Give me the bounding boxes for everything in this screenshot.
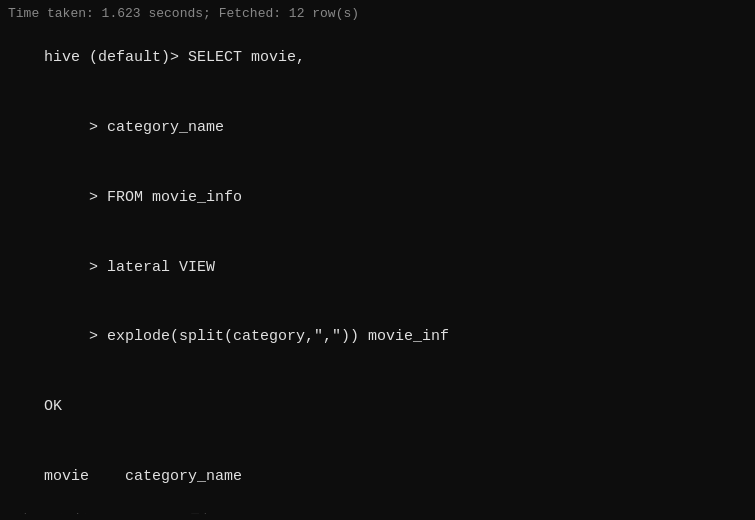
query-line-5: > explode(split(category,",")) movie_inf [8,302,747,372]
terminal: Time taken: 1.623 seconds; Fetched: 12 r… [8,6,747,514]
col1-header: movie [44,468,89,485]
query-line-3: > FROM movie_info [8,163,747,233]
col2-header: category_name [125,468,242,485]
prompt-text: hive (default)> [44,49,179,66]
query-text-2: > category_name [44,119,224,136]
query-line-2: > category_name [8,93,747,163]
top-line: Time taken: 1.623 seconds; Fetched: 12 r… [8,6,747,21]
query-text-3: > FROM movie_info [44,189,242,206]
ok-line: OK [8,372,747,442]
query-line-4: > lateral VIEW [8,232,747,302]
query-text-5: > explode(split(category,",")) movie_inf [44,328,449,345]
header-row: movie category_name [8,442,747,512]
table-row: 《疑犯追踪》 悬疑 [8,511,747,514]
query-text-4: > lateral VIEW [44,259,215,276]
data-rows: 《疑犯追踪》 悬疑《疑犯追踪》 动作《疑犯追踪》 科幻《疑犯追踪》 剧情《Lie… [8,511,747,514]
prompt-line-1: hive (default)> SELECT movie, [8,23,747,93]
